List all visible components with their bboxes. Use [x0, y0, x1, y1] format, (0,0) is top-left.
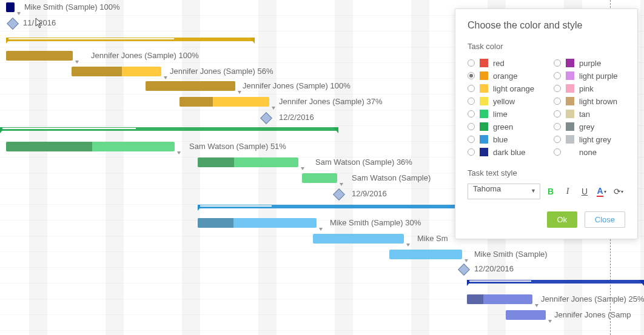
- dependency-arrow-icon: [17, 12, 21, 15]
- color-name: dark blue: [493, 148, 525, 157]
- color-swatch: [566, 148, 574, 156]
- gantt-row: [0, 276, 644, 292]
- task-label: Jennifer Jones (Sample) 100%: [91, 51, 199, 60]
- milestone-diamond[interactable]: [260, 112, 272, 124]
- color-name: orange: [493, 71, 517, 81]
- color-option-light-grey[interactable]: light grey: [554, 133, 625, 145]
- task-bar[interactable]: [146, 81, 235, 91]
- task-label: 12/20/2016: [474, 264, 514, 273]
- milestone-diamond[interactable]: [7, 18, 19, 30]
- radio-icon: [468, 110, 475, 118]
- radio-icon: [554, 85, 561, 92]
- radio-icon: [554, 136, 561, 143]
- color-option-tan[interactable]: tan: [554, 108, 625, 120]
- task-bar[interactable]: [6, 51, 73, 61]
- task-bar[interactable]: [6, 142, 175, 151]
- radio-icon: [468, 148, 475, 156]
- radio-icon: [554, 123, 561, 130]
- task-label: 12/9/2016: [352, 189, 387, 198]
- summary-bar[interactable]: [0, 127, 338, 133]
- bold-button[interactable]: B: [544, 185, 557, 198]
- italic-button[interactable]: I: [561, 185, 574, 198]
- color-option-purple[interactable]: purple: [554, 57, 625, 69]
- summary-bar[interactable]: [467, 280, 644, 286]
- color-option-green[interactable]: green: [468, 121, 539, 133]
- task-bar[interactable]: [6, 2, 15, 12]
- color-name: light orange: [493, 84, 534, 93]
- color-option-grey[interactable]: grey: [554, 121, 625, 133]
- task-bar[interactable]: [198, 218, 317, 228]
- color-option-red[interactable]: red: [468, 57, 539, 69]
- radio-icon: [468, 98, 475, 105]
- radio-icon: [468, 85, 475, 92]
- underline-button[interactable]: U: [578, 185, 591, 198]
- task-progress: [198, 218, 233, 228]
- color-option-lime[interactable]: lime: [468, 108, 539, 120]
- color-swatch: [566, 71, 574, 80]
- color-option-light-brown[interactable]: light brown: [554, 95, 625, 107]
- task-bar[interactable]: [72, 67, 161, 76]
- close-button[interactable]: Close: [585, 211, 625, 228]
- color-option-pink[interactable]: pink: [554, 82, 625, 95]
- color-name: none: [579, 148, 597, 157]
- color-swatch: [566, 84, 574, 93]
- color-name: pink: [579, 84, 594, 93]
- color-option-none[interactable]: none: [554, 146, 625, 158]
- color-swatch: [566, 122, 574, 131]
- task-bar[interactable]: [389, 250, 462, 259]
- milestone-diamond[interactable]: [333, 188, 345, 201]
- color-option-blue[interactable]: blue: [468, 133, 539, 145]
- color-swatch: [566, 110, 574, 118]
- color-swatch: [480, 148, 488, 156]
- gantt-row: Jennifer Jones (Samp: [0, 308, 644, 323]
- color-name: tan: [579, 110, 590, 119]
- ok-button[interactable]: Ok: [547, 211, 578, 228]
- color-option-orange[interactable]: orange: [468, 70, 539, 82]
- dependency-arrow-icon: [75, 61, 79, 64]
- color-style-dialog: Choose the color and style Task color re…: [455, 8, 638, 239]
- radio-icon: [554, 59, 561, 67]
- summary-bar[interactable]: [6, 38, 255, 44]
- dialog-title: Choose the color and style: [468, 20, 625, 31]
- task-label: Sam Watson (Sample) 36%: [315, 158, 412, 167]
- gantt-row: Jennifer Jones (Sample) 25%: [0, 292, 644, 308]
- task-bar[interactable]: [302, 173, 337, 183]
- radio-icon: [554, 98, 561, 105]
- color-option-light-orange[interactable]: light orange: [468, 82, 539, 95]
- font-color-button[interactable]: A▾: [595, 185, 608, 198]
- task-bar[interactable]: [467, 294, 532, 304]
- dependency-arrow-icon: [301, 167, 304, 170]
- task-progress: [146, 81, 235, 91]
- task-bar[interactable]: [506, 310, 546, 320]
- task-progress: [6, 51, 73, 61]
- task-bar[interactable]: [198, 158, 298, 167]
- radio-icon: [554, 110, 561, 118]
- dependency-arrow-icon: [340, 183, 343, 186]
- task-bar[interactable]: [179, 97, 269, 107]
- dependency-arrow-icon: [238, 91, 241, 94]
- task-label: Jennifer Jones (Samp: [554, 310, 631, 319]
- task-label: Sam Watson (Sample) 51%: [189, 142, 286, 151]
- task-progress: [467, 294, 483, 304]
- task-progress: [72, 67, 122, 76]
- font-family-select[interactable]: Tahoma: [468, 184, 540, 199]
- dependency-arrow-icon: [272, 107, 275, 110]
- radio-icon: [468, 59, 475, 67]
- color-option-light-purple[interactable]: light purple: [554, 70, 625, 82]
- color-name: light brown: [579, 97, 617, 106]
- task-progress: [179, 97, 213, 107]
- color-name: light purple: [579, 71, 618, 81]
- color-option-dark-blue[interactable]: dark blue: [468, 146, 539, 158]
- color-swatch: [480, 71, 488, 80]
- color-name: light grey: [579, 135, 611, 144]
- task-label: Mike Smith (Sample): [474, 250, 548, 259]
- color-option-yellow[interactable]: yellow: [468, 95, 539, 107]
- color-name: purple: [579, 59, 601, 68]
- milestone-diamond[interactable]: [458, 264, 470, 276]
- gantt-row: Mike Smith (Sample): [0, 247, 644, 263]
- task-progress: [198, 158, 234, 167]
- dependency-arrow-icon: [548, 320, 552, 323]
- summary-bar[interactable]: [198, 205, 458, 211]
- task-bar[interactable]: [313, 234, 404, 244]
- more-styles-button[interactable]: ⟳▾: [612, 185, 625, 198]
